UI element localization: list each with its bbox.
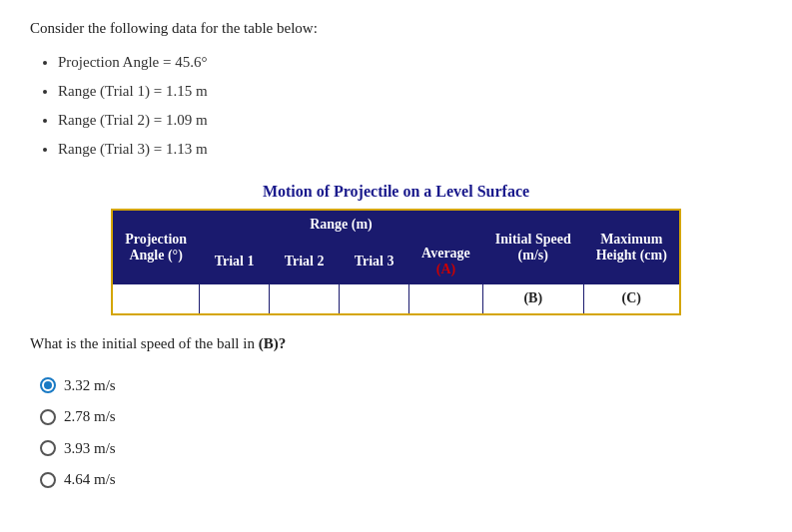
intro-text: Consider the following data for the tabl… [30,20,762,37]
radio-option-4[interactable] [40,472,56,488]
trial3-cell [340,284,409,314]
option-item-3[interactable]: 3.93 m/s [40,433,762,465]
max-height-cell: (C) [583,284,680,314]
option-label-4: 4.64 m/s [64,464,116,496]
option-label-1: 3.32 m/s [64,370,116,402]
average-header: Average (A) [409,240,483,284]
initial-speed-header: Initial Speed (m/s) [482,210,583,284]
max-height-header: Maximum Height (cm) [583,210,680,284]
trial3-header: Trial 3 [340,240,409,284]
radio-option-3[interactable] [40,440,56,456]
radio-option-1[interactable] [40,377,56,393]
bullet-item-2: Range (Trial 1) = 1.15 m [58,78,762,105]
option-item-1[interactable]: 3.32 m/s [40,370,762,402]
bullet-item-1: Projection Angle = 45.6° [58,49,762,76]
question-text: What is the initial speed of the ball in… [30,335,762,352]
trial1-cell [200,284,270,314]
bullet-list: Projection Angle = 45.6° Range (Trial 1)… [30,49,762,163]
average-cell [409,284,483,314]
trial2-header: Trial 2 [270,240,340,284]
projection-angle-cell [112,284,199,314]
col-projection-header: Projection Angle (°) [112,210,199,284]
option-label-3: 3.93 m/s [64,433,116,465]
table-wrapper: Projection Angle (°) Range (m) Initial S… [30,209,762,315]
options-list: 3.32 m/s 2.78 m/s 3.93 m/s 4.64 m/s [30,370,762,496]
radio-option-2[interactable] [40,409,56,425]
bullet-item-4: Range (Trial 3) = 1.13 m [58,136,762,163]
option-item-4[interactable]: 4.64 m/s [40,464,762,496]
trial1-header: Trial 1 [200,240,270,284]
bullet-item-3: Range (Trial 2) = 1.09 m [58,107,762,134]
table-title: Motion of Projectile on a Level Surface [30,183,762,201]
data-table: Projection Angle (°) Range (m) Initial S… [111,209,681,315]
range-group-header: Range (m) [200,210,483,240]
option-item-2[interactable]: 2.78 m/s [40,401,762,433]
trial2-cell [270,284,340,314]
initial-speed-cell: (B) [482,284,583,314]
option-label-2: 2.78 m/s [64,401,116,433]
